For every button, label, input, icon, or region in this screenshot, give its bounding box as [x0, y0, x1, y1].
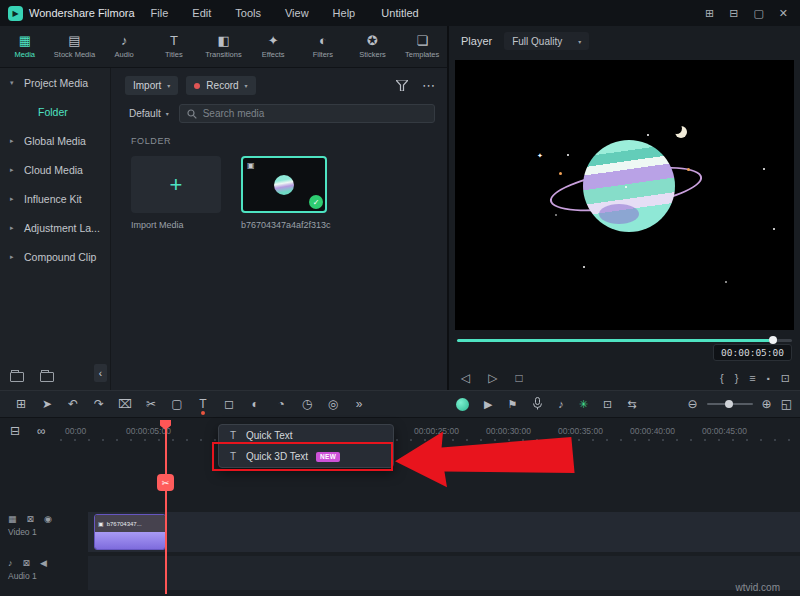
mask-icon[interactable]: ◻	[216, 397, 242, 411]
chroma-key-icon[interactable]: ◐	[242, 397, 268, 411]
sidebar-item-project-media[interactable]: ▾ Project Media	[0, 68, 110, 97]
sidebar-item-adjustment-layer[interactable]: ▸ Adjustment La...	[0, 213, 110, 242]
select-tool-icon[interactable]: ➤	[34, 397, 60, 411]
delete-folder-icon[interactable]	[40, 372, 54, 382]
fit-timeline-icon[interactable]: ◱	[781, 397, 792, 411]
timeline-zoom-slider[interactable]	[707, 403, 753, 405]
crop-icon[interactable]: ▢	[164, 397, 190, 411]
gif-export-icon[interactable]	[456, 398, 469, 411]
snapshot-frame-icon[interactable]: ⊡	[603, 398, 612, 411]
layout-icon[interactable]: ⊞	[705, 7, 714, 20]
marker-icon[interactable]: ⚑	[507, 398, 517, 411]
sidebar-item-cloud-media[interactable]: ▸ Cloud Media	[0, 155, 110, 184]
more-tools-icon[interactable]: »	[346, 397, 372, 411]
display-quality-icon[interactable]: ≡	[749, 372, 755, 384]
playhead-line[interactable]	[165, 422, 167, 594]
import-media-tile[interactable]: +	[131, 156, 221, 213]
voiceover-mic-icon[interactable]	[532, 397, 543, 412]
tab-templates[interactable]: ❏ Templates	[397, 26, 447, 67]
chevron-down-icon: ▾	[245, 82, 248, 89]
moon-icon	[675, 126, 687, 138]
sort-dropdown[interactable]: Default ▾	[125, 108, 173, 119]
import-button[interactable]: Import ▾	[125, 76, 178, 95]
stop-button[interactable]: □	[515, 371, 522, 385]
menu-tools[interactable]: Tools	[235, 7, 261, 19]
manage-tracks-icon[interactable]: ⊟	[10, 424, 20, 438]
sidebar-item-compound-clip[interactable]: ▸ Compound Clip	[0, 242, 110, 271]
tab-titles[interactable]: T Titles	[149, 26, 199, 67]
collapse-sidebar-button[interactable]: ‹	[94, 364, 107, 382]
audio-tool-icon[interactable]: ♪	[558, 398, 564, 410]
scissors-icon: ✂	[162, 478, 170, 488]
playback-progress-bar[interactable]	[457, 339, 792, 342]
undo-icon[interactable]: ↶	[60, 397, 86, 411]
menu-file[interactable]: File	[151, 7, 169, 19]
annotation-highlight-rectangle	[212, 442, 393, 471]
snapshot-icon[interactable]: ⬝	[767, 372, 770, 385]
tab-transitions[interactable]: ◧ Transitions	[199, 26, 249, 67]
mark-out-button[interactable]: }	[735, 372, 739, 384]
chevron-down-icon: ▾	[10, 79, 18, 87]
filter-icon[interactable]	[396, 77, 408, 95]
sidebar-item-influence-kit[interactable]: ▸ Influence Kit	[0, 184, 110, 213]
chevron-right-icon: ▸	[10, 253, 18, 261]
selected-check-icon: ✓	[309, 195, 323, 209]
speed-icon[interactable]: ◔	[268, 397, 294, 411]
quick-text-tool-icon[interactable]: T	[190, 397, 216, 411]
sidebar-item-folder[interactable]: Folder	[0, 97, 110, 126]
zoom-out-icon[interactable]: ⊖	[688, 397, 698, 411]
chevron-down-icon: ▾	[167, 82, 170, 89]
mark-in-button[interactable]: {	[720, 372, 724, 384]
sidebar-item-global-media[interactable]: ▸ Global Media	[0, 126, 110, 155]
asset-tab-bar: ▦ Media ▤ Stock Media ♪ Audio T Titles ◧…	[0, 26, 448, 68]
lock-icon[interactable]: ⊠	[27, 514, 35, 524]
player-label: Player	[461, 35, 492, 47]
record-button[interactable]: Record ▾	[186, 76, 255, 95]
play-button[interactable]: ▷	[488, 371, 497, 385]
export-clip-icon[interactable]: ⇆	[627, 398, 636, 411]
duration-icon[interactable]: ◷	[294, 397, 320, 411]
lock-icon[interactable]: ⊠	[23, 558, 31, 568]
media-clip-tile[interactable]: ▣ ✓	[241, 156, 327, 213]
search-box[interactable]	[179, 104, 435, 123]
split-icon[interactable]: ✂	[138, 397, 164, 411]
zoom-in-icon[interactable]: ⊕	[762, 397, 772, 411]
menu-edit[interactable]: Edit	[192, 7, 211, 19]
tab-audio[interactable]: ♪ Audio	[99, 26, 149, 67]
delete-icon[interactable]: ⌧	[112, 397, 138, 411]
quality-dropdown[interactable]: Full Quality ▾	[504, 32, 589, 50]
tab-stock-media[interactable]: ▤ Stock Media	[50, 26, 100, 67]
menu-help[interactable]: Help	[333, 7, 356, 19]
panel-toggle-icon[interactable]: ⊟	[729, 7, 738, 20]
tab-filters[interactable]: ◐ Filters	[298, 26, 348, 67]
app-name: Wondershare Filmora	[29, 7, 135, 19]
close-icon[interactable]: ✕	[779, 7, 788, 20]
video-track-icon[interactable]: ▦	[8, 514, 17, 524]
menu-view[interactable]: View	[285, 7, 309, 19]
visibility-icon[interactable]: ◉	[44, 514, 52, 524]
render-preview-icon[interactable]: ▶	[484, 398, 492, 411]
video-track-lane[interactable]	[88, 512, 800, 552]
more-options-icon[interactable]: ⋯	[422, 78, 435, 93]
ai-tools-icon[interactable]: ✳	[579, 398, 588, 411]
fullscreen-icon[interactable]: ⊡	[781, 372, 790, 385]
audio-track-lane[interactable]	[88, 556, 800, 590]
audio-track-icon[interactable]: ♪	[8, 558, 13, 568]
transitions-icon: ◧	[217, 34, 229, 47]
tab-effects[interactable]: ✦ Effects	[248, 26, 298, 67]
tab-media[interactable]: ▦ Media	[0, 26, 50, 67]
media-sidebar: ▾ Project Media Folder ▸ Global Media ▸ …	[0, 68, 110, 390]
timeline-clip[interactable]: ▣ b76704347...	[94, 514, 166, 550]
redo-icon[interactable]: ↷	[86, 397, 112, 411]
volume-icon[interactable]: ◀	[40, 558, 47, 568]
tab-stickers[interactable]: ✪ Stickers	[348, 26, 398, 67]
keyframe-icon[interactable]: ◎	[320, 397, 346, 411]
auto-ripple-icon[interactable]: ∞	[37, 424, 46, 438]
workspace-icon[interactable]: ⊞	[8, 397, 34, 411]
new-folder-icon[interactable]	[10, 372, 24, 382]
search-input[interactable]	[203, 108, 427, 119]
playhead-split-button[interactable]: ✂	[157, 474, 174, 491]
player-panel: Player Full Quality ▾ ✦ 00:00:05:00 ◁ ▷ …	[448, 26, 800, 390]
previous-frame-button[interactable]: ◁	[461, 371, 470, 385]
restore-window-icon[interactable]: ▢	[753, 7, 763, 20]
